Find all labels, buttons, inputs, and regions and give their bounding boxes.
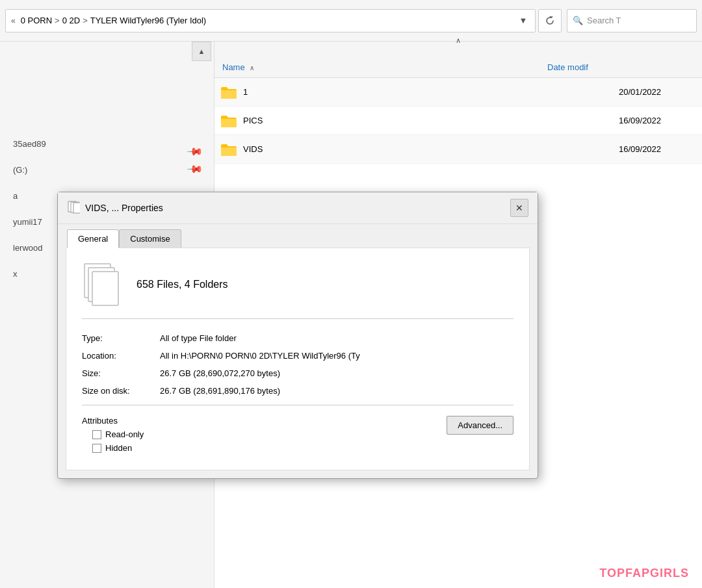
breadcrumb-path: 0 PORN > 0 2D > TYLER WildTyler96 (Tyler… [21, 16, 517, 25]
file-row-1[interactable]: 1 20/01/2022 [214, 78, 702, 107]
sidebar-text-35aed89[interactable]: 35aed89 [13, 139, 46, 149]
properties-dialog: VIDS, ... Properties ✕ General Customise… [57, 192, 538, 479]
file-name-vids: VIDS [243, 144, 619, 154]
sidebar-pins: 📌 📌 [188, 146, 202, 175]
column-headers: ∧ Name ∧ Date modif [214, 57, 702, 78]
readonly-label: Read-only [105, 429, 144, 439]
breadcrumb-sep-1: > [55, 16, 60, 25]
breadcrumb-sep-2: > [83, 16, 88, 25]
pin-icon-1: 📌 [186, 143, 204, 161]
file-name-1: 1 [243, 87, 619, 97]
breadcrumb-item-tyler[interactable]: TYLER WildTyler96 (Tyler Idol) [90, 16, 206, 25]
file-date-pics: 16/09/2022 [619, 116, 697, 125]
col-sort-arrow: ∧ [250, 64, 254, 71]
folder-icon-pics [220, 113, 238, 129]
prop-location-label: Location: [82, 351, 160, 361]
prop-size-disk: Size on disk: 26.7 GB (28,691,890,176 by… [82, 382, 514, 400]
prop-location: Location: All in H:\PORN\0 PORN\0 2D\TYL… [82, 347, 514, 364]
big-doc-icon [82, 261, 124, 308]
dialog-content: 658 Files, 4 Folders Type: All of type F… [66, 248, 530, 470]
search-placeholder: Search T [587, 16, 621, 25]
address-bar: « 0 PORN > 0 2D > TYLER WildTyler96 (Tyl… [0, 0, 702, 42]
title-doc-icon [67, 201, 80, 215]
back-forward-arrows[interactable]: « [11, 16, 16, 25]
folder-icon-vids [220, 142, 238, 157]
search-bar[interactable]: 🔍 Search T [567, 9, 697, 32]
prop-size-disk-value: 26.7 GB (28,691,890,176 bytes) [160, 386, 514, 396]
dialog-title-left: VIDS, ... Properties [67, 201, 163, 215]
prop-size-label: Size: [82, 368, 160, 378]
prop-type-value: All of type File folder [160, 333, 514, 343]
file-name-pics: PICS [243, 116, 619, 125]
file-date-vids: 16/09/2022 [619, 144, 697, 154]
svg-rect-5 [92, 272, 118, 305]
hidden-label: Hidden [105, 443, 132, 453]
file-info-header: 658 Files, 4 Folders [82, 261, 514, 319]
file-row-pics[interactable]: PICS 16/09/2022 [214, 107, 702, 135]
refresh-button[interactable] [538, 9, 562, 32]
attributes-label: Attributes [82, 416, 118, 426]
prop-location-value: All in H:\PORN\0 PORN\0 2D\TYLER WildTyl… [160, 351, 514, 361]
readonly-checkbox[interactable] [92, 430, 101, 439]
tab-general[interactable]: General [67, 229, 119, 248]
tab-customise[interactable]: Customise [119, 229, 181, 248]
prop-type-label: Type: [82, 333, 160, 343]
sidebar-text-x[interactable]: x [13, 269, 18, 279]
file-date-1: 20/01/2022 [619, 87, 697, 97]
attributes-section: Attributes Read-only Hidden Advanced... [82, 411, 514, 457]
hidden-checkbox[interactable] [92, 444, 101, 453]
col-header-name[interactable]: Name ∧ [214, 62, 540, 72]
readonly-checkbox-row: Read-only [92, 429, 144, 439]
prop-size-value: 26.7 GB (28,690,072,270 bytes) [160, 368, 514, 378]
col-name-label: Name [222, 62, 245, 72]
folder-icon-1 [220, 84, 238, 100]
col-date-label: Date modif [547, 62, 588, 72]
dialog-titlebar: VIDS, ... Properties ✕ [58, 192, 538, 224]
sidebar-text-g[interactable]: (G:) [13, 165, 27, 175]
watermark: TOPFAPGIRLS [599, 567, 689, 580]
sidebar-text-lerwood[interactable]: lerwood [13, 243, 43, 253]
hidden-checkbox-row: Hidden [92, 443, 144, 453]
separator [82, 405, 514, 405]
close-button[interactable]: ✕ [510, 199, 528, 217]
sort-up-arrow[interactable]: ∧ [456, 36, 461, 45]
breadcrumb-item-0porn[interactable]: 0 PORN [21, 16, 52, 25]
address-nav[interactable]: « 0 PORN > 0 2D > TYLER WildTyler96 (Tyl… [5, 9, 536, 32]
breadcrumb-item-0 2d[interactable]: 0 2D [62, 16, 80, 25]
prop-type: Type: All of type File folder [82, 329, 514, 347]
sidebar-text-a[interactable]: a [13, 191, 18, 201]
prop-size: Size: 26.7 GB (28,690,072,270 bytes) [82, 364, 514, 382]
pin-icon-2: 📌 [186, 160, 204, 179]
dropdown-arrow-icon[interactable]: ▼ [517, 14, 530, 27]
scroll-up-indicator[interactable]: ▲ [192, 42, 211, 61]
search-icon: 🔍 [573, 16, 583, 25]
svg-rect-2 [73, 203, 80, 213]
dialog-tabs: General Customise [58, 224, 538, 248]
dialog-title-text: VIDS, ... Properties [85, 203, 163, 213]
col-header-date[interactable]: Date modif [540, 62, 702, 72]
file-count: 658 Files, 4 Folders [136, 279, 228, 290]
sidebar-text-yumii17[interactable]: yumii17 [13, 217, 42, 227]
file-row-vids[interactable]: VIDS 16/09/2022 [214, 135, 702, 164]
prop-size-disk-label: Size on disk: [82, 386, 160, 396]
advanced-button[interactable]: Advanced... [447, 416, 514, 435]
